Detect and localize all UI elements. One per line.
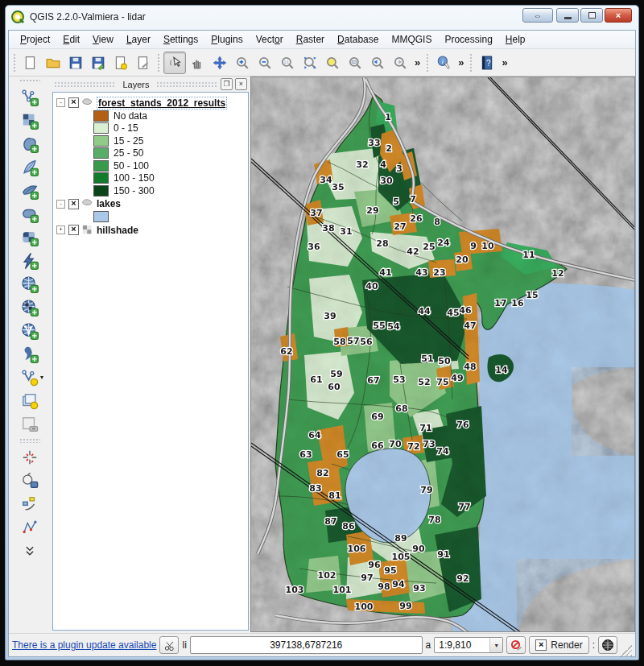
toolbar-grip[interactable] — [19, 79, 40, 83]
zoom-last-button[interactable] — [366, 52, 389, 74]
stop-rendering-button[interactable] — [506, 636, 526, 654]
menu-plugins[interactable]: Plugins — [204, 31, 249, 48]
remove-layer-button[interactable] — [18, 412, 42, 436]
zoom-to-layer-button[interactable] — [344, 52, 366, 74]
layers-panel-header[interactable]: Layers ❐ × — [51, 77, 250, 92]
float-panel-button[interactable]: ❐ — [221, 78, 233, 90]
legend-swatch — [93, 147, 109, 159]
zoom-next-button[interactable] — [389, 52, 411, 74]
toolbar-grip[interactable] — [426, 53, 430, 72]
menu-view[interactable]: View — [86, 31, 120, 48]
layer-name[interactable]: hillshade — [97, 225, 138, 236]
new-composer-button[interactable] — [109, 52, 132, 74]
toolbar-overflow-button[interactable] — [18, 539, 42, 562]
stand-label: 32 — [356, 159, 368, 170]
chevron-down-icon[interactable]: ▾ — [40, 374, 43, 381]
reshape-features-button[interactable] — [18, 515, 42, 539]
layer-row-lakes[interactable]: -×lakes — [56, 197, 248, 211]
menu-processing[interactable]: Processing — [438, 31, 498, 48]
close-button[interactable]: × — [605, 8, 632, 23]
double-arrow-button[interactable]: ⇔ — [522, 8, 553, 23]
menu-vector[interactable]: Vector — [250, 31, 290, 48]
add-wms-layer-button[interactable] — [18, 272, 42, 296]
toolbar-overflow-chevron[interactable]: » — [411, 56, 423, 68]
new-shapefile-layer-button[interactable]: ▾ — [18, 366, 42, 389]
add-wfs-layer-button[interactable] — [18, 319, 42, 342]
toolbar-grip[interactable] — [469, 53, 473, 72]
offset-curve-button[interactable] — [18, 492, 42, 515]
layers-panel: Layers ❐ × -×forest_stands_2012_resultsN… — [51, 77, 250, 632]
render-checkbox[interactable]: × — [535, 639, 547, 651]
new-project-button[interactable] — [19, 52, 42, 74]
menu-project[interactable]: Project — [14, 31, 56, 48]
wfs-icon — [21, 322, 39, 340]
map-canvas[interactable]: 1234578910111214151617202324252627282930… — [250, 77, 635, 632]
coordinate-display[interactable]: 397138,6787216 — [190, 636, 423, 654]
add-wcs-layer-button[interactable] — [18, 296, 42, 319]
zoom-native-button[interactable]: 1:1 — [276, 52, 299, 74]
menu-raster[interactable]: Raster — [290, 31, 331, 48]
title-bar[interactable]: QGIS 2.2.0-Valmiera - lidar ⇔ × — [6, 6, 638, 28]
toolbar-grip[interactable] — [13, 53, 17, 72]
toolbar-overflow-chevron[interactable]: » — [498, 56, 510, 68]
zoom-in-button[interactable] — [231, 52, 254, 74]
layer-name[interactable]: lakes — [97, 198, 121, 209]
open-project-button[interactable] — [42, 52, 64, 74]
rotate-feature-button[interactable] — [18, 469, 42, 492]
menu-mmqgis[interactable]: MMQGIS — [385, 31, 438, 48]
zoom-out-button[interactable] — [254, 52, 276, 74]
layer-row-forest_stands_2012_results[interactable]: -×forest_stands_2012_results — [56, 96, 248, 110]
zoom-in-icon — [235, 56, 250, 70]
composer-manager-button[interactable] — [132, 52, 155, 74]
zoom-to-selection-button[interactable] — [321, 52, 344, 74]
render-toggle[interactable]: × Render — [529, 636, 588, 654]
expander-icon[interactable]: - — [56, 200, 65, 209]
layer-visibility-checkbox[interactable]: × — [68, 97, 79, 108]
help-contents-button[interactable]: ? — [476, 52, 498, 74]
identify-button[interactable]: i — [432, 52, 455, 74]
window-resize-grip[interactable] — [621, 645, 632, 656]
menu-edit[interactable]: Edit — [56, 31, 86, 48]
expander-icon[interactable]: - — [56, 98, 65, 107]
stand-label: 69 — [371, 412, 383, 422]
layer-row-hillshade[interactable]: +×hillshade — [56, 223, 248, 237]
scale-combobox[interactable]: 1:9,810 ▼ — [434, 637, 503, 653]
toolbar-overflow-chevron[interactable]: » — [455, 56, 467, 68]
plugin-update-link[interactable]: There is a plugin update available — [12, 639, 156, 651]
layer-name[interactable]: forest_stands_2012_results — [97, 97, 227, 110]
pan-to-selection-button[interactable] — [208, 52, 231, 74]
menu-layer[interactable]: Layer — [120, 31, 157, 48]
legend-swatch — [93, 122, 109, 134]
plugin-update-button[interactable] — [159, 636, 179, 654]
add-oracle-georaster-button[interactable] — [18, 225, 42, 249]
crs-status-button[interactable] — [598, 636, 617, 654]
menu-help[interactable]: Help — [499, 31, 532, 48]
maximize-button[interactable] — [580, 8, 603, 23]
chevron-down-icon[interactable]: ▼ — [489, 638, 502, 652]
add-vector-layer-button[interactable] — [18, 85, 42, 109]
zoom-full-button[interactable] — [299, 52, 321, 74]
add-postgis-layer-button[interactable] — [18, 132, 42, 155]
layer-visibility-checkbox[interactable]: × — [68, 199, 79, 209]
pan-map-button[interactable] — [186, 52, 208, 74]
current-edits-button[interactable] — [18, 445, 42, 469]
add-oracle-layer-button[interactable] — [18, 202, 42, 225]
save-project-as-button[interactable] — [87, 52, 109, 74]
add-sqlanywhere-layer-button[interactable] — [18, 249, 42, 272]
new-spatialite-layer-button[interactable] — [18, 389, 42, 412]
save-project-button[interactable] — [64, 52, 87, 74]
menu-settings[interactable]: Settings — [157, 31, 204, 48]
toolbar-grip[interactable] — [157, 53, 161, 72]
minimize-button[interactable] — [556, 8, 579, 23]
add-spatialite-layer-button[interactable] — [18, 155, 42, 179]
menu-database[interactable]: Database — [331, 31, 385, 48]
expander-icon[interactable]: + — [56, 225, 65, 234]
add-delimited-text-button[interactable] — [18, 342, 42, 366]
add-mssql-layer-button[interactable] — [18, 179, 42, 202]
layer-visibility-checkbox[interactable]: × — [68, 225, 79, 235]
offsetc-icon — [21, 495, 39, 513]
stand-label: 72 — [407, 441, 419, 452]
add-raster-layer-button[interactable] — [18, 109, 42, 132]
close-panel-button[interactable]: × — [235, 78, 247, 90]
touch-zoom-pan-button[interactable] — [163, 52, 186, 74]
